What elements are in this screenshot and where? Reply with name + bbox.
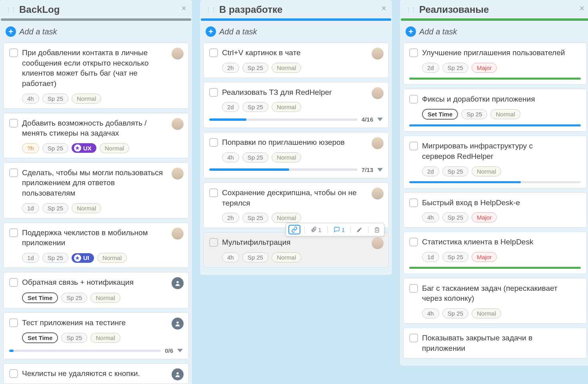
tag-sprint[interactable]: Sp 25	[42, 94, 68, 104]
assignee-avatar[interactable]	[372, 188, 384, 200]
task-card[interactable]: При добавлении контакта в личные сообщен…	[3, 42, 189, 109]
tag-time[interactable]: 2d	[222, 102, 239, 112]
comment-button[interactable]: 1	[332, 226, 346, 234]
assignee-avatar[interactable]	[172, 318, 184, 330]
tag-sprint[interactable]: Sp 25	[442, 308, 468, 318]
delete-icon[interactable]	[372, 226, 382, 234]
task-checkbox[interactable]	[409, 142, 418, 150]
task-card[interactable]: Быстрый вход в HelpDesk-e4hSp 25Major	[403, 192, 587, 228]
tag-normal[interactable]: Normal	[272, 102, 301, 112]
task-checkbox[interactable]	[9, 369, 18, 378]
edit-icon[interactable]	[355, 226, 364, 234]
task-card[interactable]: Добавить возможность добавлять / менять …	[3, 113, 189, 158]
tag-major[interactable]: Major	[472, 212, 497, 222]
tag-sprint[interactable]: Sp 25	[61, 293, 87, 303]
tag-normal[interactable]: Normal	[90, 333, 120, 343]
tag-normal[interactable]: Normal	[272, 152, 301, 162]
drag-handle-icon[interactable]: ⋮⋮	[6, 6, 16, 13]
tag-sprint[interactable]: Sp 25	[42, 143, 68, 153]
task-checkbox[interactable]	[209, 138, 218, 147]
tag-settime[interactable]: Set Time	[22, 292, 58, 303]
close-icon[interactable]: ×	[381, 3, 386, 14]
tag-normal[interactable]: Normal	[472, 308, 501, 318]
task-card[interactable]: Поддержка чеклистов в мобильном приложен…	[3, 222, 189, 268]
task-card[interactable]: Фиксы и доработки приложенияSet TimeSp 2…	[403, 89, 587, 132]
task-checkbox[interactable]	[209, 48, 218, 57]
close-icon[interactable]: ×	[181, 3, 186, 14]
task-checkbox[interactable]	[9, 228, 18, 237]
task-checkbox[interactable]	[409, 48, 418, 57]
task-card[interactable]: 1 1 Мультифильтрация4hSp 25Normal	[203, 232, 389, 268]
chevron-down-icon[interactable]	[177, 349, 183, 352]
tag-normal[interactable]: Normal	[272, 63, 301, 73]
tag-sprint[interactable]: Sp 25	[242, 63, 268, 73]
task-card[interactable]: Баг с тасканием задач (перескакивает чер…	[403, 278, 587, 324]
tag-normal[interactable]: Normal	[100, 143, 129, 153]
tag-sprint[interactable]: Sp 25	[42, 253, 68, 263]
task-card[interactable]: Ctrl+V картинок в чате2hSp 25Normal	[203, 42, 389, 78]
tag-sprint[interactable]: Sp 25	[442, 63, 468, 73]
task-card[interactable]: Реализовать ТЗ для RedHelper2dSp 25Norma…	[203, 82, 389, 128]
tag-sprint[interactable]: Sp 25	[61, 333, 87, 343]
chevron-down-icon[interactable]	[377, 168, 383, 172]
task-card[interactable]: Тест приложения на тестингеSet TimeSp 25…	[3, 312, 189, 360]
tag-sprint[interactable]: Sp 25	[442, 166, 468, 176]
close-icon[interactable]: ×	[579, 3, 584, 14]
drag-handle-icon[interactable]: ⋮⋮	[206, 6, 216, 13]
task-checkbox[interactable]	[409, 334, 418, 342]
attachment-button[interactable]: 1	[309, 226, 323, 234]
tag-time[interactable]: 4h	[22, 94, 39, 104]
tag-time[interactable]: 2h	[222, 213, 239, 223]
task-card[interactable]: Поправки по приглашению юзеров4hSp 25Nor…	[203, 132, 389, 178]
tag-time[interactable]: 1d	[422, 252, 439, 262]
tag-sprint[interactable]: Sp 25	[242, 213, 268, 223]
assignee-avatar[interactable]	[372, 87, 384, 99]
tag-time[interactable]: 4h	[422, 212, 439, 222]
assignee-avatar[interactable]	[372, 48, 384, 60]
tag-normal[interactable]: Normal	[90, 293, 120, 303]
tag-time[interactable]: 4h	[222, 152, 239, 162]
task-card[interactable]: Сделать, чтобы мы могли пользоваться при…	[3, 162, 189, 218]
task-checkbox[interactable]	[209, 188, 218, 197]
task-checkbox[interactable]	[9, 318, 18, 327]
assignee-avatar[interactable]	[172, 118, 184, 130]
tag-sprint[interactable]: Sp 25	[442, 252, 468, 262]
tag-time[interactable]: 2d	[422, 166, 439, 176]
assignee-avatar[interactable]	[172, 48, 184, 60]
tag-sprint[interactable]: Sp 25	[461, 109, 487, 119]
assignee-avatar[interactable]	[172, 277, 184, 289]
category-badge[interactable]: ★UX	[72, 143, 96, 153]
task-checkbox[interactable]	[9, 168, 18, 177]
category-badge[interactable]: ★UI	[72, 253, 94, 263]
tag-normal[interactable]: Normal	[72, 94, 101, 104]
add-task-button[interactable]: + Add a task	[0, 23, 192, 42]
task-checkbox[interactable]	[409, 284, 418, 293]
tag-sprint[interactable]: Sp 25	[42, 203, 68, 213]
tag-sprint[interactable]: Sp 25	[242, 252, 268, 262]
assignee-avatar[interactable]	[172, 228, 184, 240]
tag-major[interactable]: Major	[472, 252, 497, 262]
add-task-button[interactable]: + Add a task	[400, 23, 588, 42]
assignee-avatar[interactable]	[372, 237, 384, 249]
tag-sprint[interactable]: Sp 25	[242, 152, 268, 162]
tag-sprint[interactable]: Sp 25	[442, 212, 468, 222]
task-checkbox[interactable]	[409, 95, 418, 104]
tag-time[interactable]: 4h	[422, 308, 439, 318]
tag-normal[interactable]: Normal	[272, 213, 301, 223]
task-card[interactable]: Улучшение приглашения пользователей2dSp …	[403, 42, 587, 85]
tag-time[interactable]: 2h	[222, 63, 239, 73]
tag-normal[interactable]: Normal	[72, 203, 101, 213]
task-checkbox[interactable]	[409, 238, 418, 246]
tag-time[interactable]: 2d	[422, 63, 439, 73]
task-card[interactable]: Мигрировать инфраструктуру с серверов Re…	[403, 136, 587, 188]
task-checkbox[interactable]	[9, 278, 18, 287]
task-card[interactable]: Статистика клиента в HelpDesk1dSp 25Majo…	[403, 232, 587, 274]
tag-time[interactable]: 1d	[22, 253, 39, 263]
tag-time[interactable]: 4h	[222, 252, 239, 262]
task-card[interactable]: Показывать закрытые задачи в приложении	[403, 328, 587, 358]
tag-major[interactable]: Major	[472, 63, 497, 73]
add-task-button[interactable]: + Add a task	[200, 23, 392, 42]
task-checkbox[interactable]	[209, 88, 218, 97]
task-card[interactable]: Сохранение дескрипшна, чтобы он не терял…	[203, 182, 389, 228]
tag-settime[interactable]: Set Time	[22, 332, 58, 343]
